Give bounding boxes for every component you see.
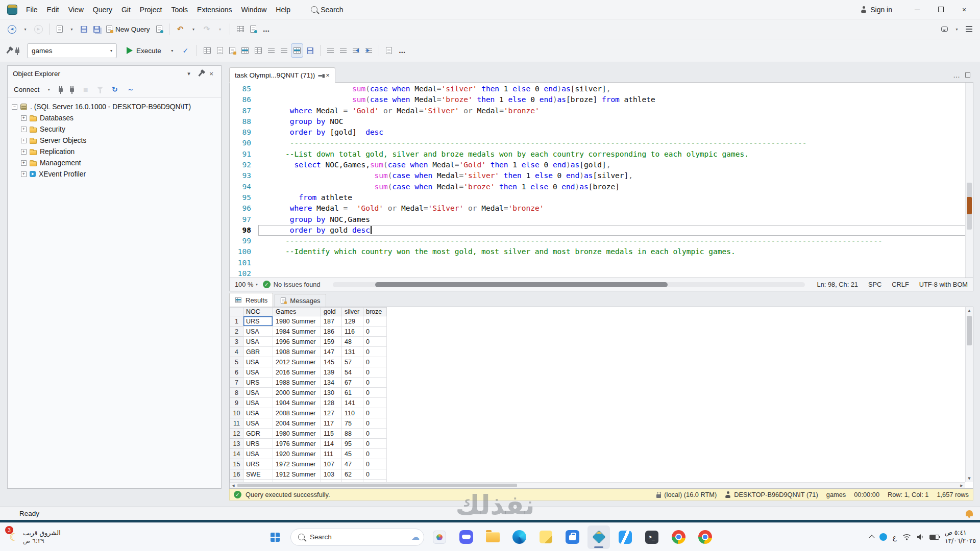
grid-cell[interactable]: 0 (363, 429, 387, 439)
scroll-left-arrow[interactable]: ◀ (230, 483, 237, 488)
row-header[interactable]: 7 (230, 378, 243, 388)
row-header[interactable]: 2 (230, 327, 243, 337)
save-all-button[interactable] (91, 22, 103, 36)
row-header[interactable]: 1 (230, 316, 243, 327)
client-stats-button[interactable] (265, 43, 277, 58)
grid-cell[interactable]: USA (243, 357, 273, 367)
oe-pin-button[interactable] (194, 68, 206, 79)
expand-icon[interactable]: + (21, 149, 27, 155)
activity-monitor-button[interactable]: ~ (124, 82, 137, 96)
grid-cell[interactable]: 1972 Summer (273, 459, 321, 469)
grid-cell[interactable]: 130 (321, 388, 342, 398)
scrollbar-thumb[interactable] (375, 282, 668, 287)
menu-item-window[interactable]: Window (237, 4, 272, 16)
grid-cell[interactable]: SWE (243, 469, 273, 480)
decrease-indent-button[interactable] (350, 43, 362, 58)
grid-cell[interactable]: USA (243, 449, 273, 459)
row-header[interactable]: 16 (230, 469, 243, 480)
increase-indent-button[interactable] (363, 43, 375, 58)
menu-item-edit[interactable]: Edit (42, 4, 64, 16)
menu-item-help[interactable]: Help (271, 4, 295, 16)
disconnect-button[interactable] (67, 82, 77, 96)
nav-back-dropdown[interactable]: ▾ (20, 22, 31, 36)
grid-cell[interactable]: 54 (342, 367, 363, 378)
template-parameters-button[interactable] (383, 43, 395, 58)
onedrive-icon[interactable] (879, 533, 887, 541)
grid-cell[interactable]: 107 (321, 459, 342, 469)
intellisense-button[interactable] (227, 43, 238, 58)
server-node[interactable]: −. (SQL Server 16.0.1000 - DESKTOP-B96D9… (8, 101, 221, 112)
grid-cell[interactable]: 116 (342, 327, 363, 337)
tree-node-server-objects[interactable]: +Server Objects (8, 135, 221, 146)
grid-cell[interactable]: 0 (363, 398, 387, 408)
parse-button[interactable]: ✓ (179, 43, 192, 58)
menu-item-git[interactable]: Git (117, 4, 135, 16)
results-to-text-button[interactable] (278, 43, 290, 58)
open-query-button[interactable] (154, 22, 165, 36)
taskbar-discord-app[interactable] (455, 525, 477, 549)
refresh-button[interactable]: ↻ (108, 82, 121, 96)
grid-horizontal-scrollbar[interactable]: ◀ ▶ (230, 482, 965, 488)
grid-cell[interactable]: 48 (342, 337, 363, 347)
grid-vertical-scrollbar[interactable]: ▲ ▼ (965, 307, 973, 482)
grid-cell[interactable]: 0 (363, 459, 387, 469)
menu-item-extensions[interactable]: Extensions (192, 4, 236, 16)
row-header[interactable]: 12 (230, 429, 243, 439)
menu-item-file[interactable]: File (21, 4, 42, 16)
start-button[interactable] (264, 525, 286, 549)
grid-cell[interactable]: 117 (321, 418, 342, 429)
column-header-silver[interactable]: silver (342, 308, 363, 316)
grid-cell[interactable]: USA (243, 398, 273, 408)
grid-cell[interactable]: 139 (321, 367, 342, 378)
menu-search-button[interactable]: Search (306, 4, 348, 16)
connect-button[interactable]: Connect (12, 84, 41, 95)
new-query-button[interactable]: New Query (104, 22, 153, 36)
grid-cell[interactable]: 1980 Summer (273, 429, 321, 439)
grid-cell[interactable]: 103 (321, 469, 342, 480)
grid-cell[interactable]: 145 (321, 357, 342, 367)
battery-icon[interactable] (929, 535, 939, 540)
hidden-icons-chevron[interactable] (869, 535, 874, 540)
undo-button[interactable]: ↶ (174, 22, 187, 36)
taskbar-microsoft-store[interactable] (561, 525, 583, 549)
grid-cell[interactable]: 1908 Summer (273, 347, 321, 357)
new-project-button[interactable] (54, 22, 65, 36)
taskbar-search[interactable]: Search ☁ (290, 529, 424, 546)
actual-plan-button[interactable] (239, 43, 251, 58)
tree-node-databases[interactable]: +Databases (8, 112, 221, 123)
row-header[interactable]: 9 (230, 398, 243, 408)
column-header-broze[interactable]: broze (363, 308, 387, 316)
grid-cell[interactable]: 2012 Summer (273, 357, 321, 367)
grid-cell[interactable]: GDR (243, 429, 273, 439)
maximize-button[interactable] (929, 1, 952, 18)
taskbar-edge-browser[interactable] (508, 525, 530, 549)
grid-cell[interactable]: 131 (342, 347, 363, 357)
grid-cell[interactable]: 1980 Summer (273, 316, 321, 327)
expand-icon[interactable]: + (21, 160, 27, 166)
menu-item-project[interactable]: Project (135, 4, 167, 16)
feedback-button[interactable] (939, 22, 950, 36)
row-header[interactable]: 15 (230, 459, 243, 469)
grid-cell[interactable]: 1984 Summer (273, 327, 321, 337)
volume-icon[interactable] (917, 534, 924, 540)
grid-cell[interactable]: 129 (342, 316, 363, 327)
grid-cell[interactable]: 0 (363, 388, 387, 398)
tree-node-xevent-profiler[interactable]: +XEvent Profiler (8, 168, 221, 180)
row-header[interactable]: 14 (230, 449, 243, 459)
grid-cell[interactable]: 114 (321, 439, 342, 449)
taskbar-chrome-app[interactable] (667, 525, 690, 549)
execute-dropdown[interactable]: ▾ (167, 43, 178, 58)
grid-cell[interactable]: 0 (363, 418, 387, 429)
tab-pin-icon[interactable] (318, 75, 323, 77)
line-ending-indicator[interactable]: CRLF (892, 281, 909, 288)
grid-cell[interactable]: 110 (342, 408, 363, 418)
oe-window-position-button[interactable]: ▾ (183, 68, 194, 79)
grid-cell[interactable]: 1988 Summer (273, 378, 321, 388)
grid-cell[interactable]: 159 (321, 337, 342, 347)
sql-code-editor[interactable]: 858687888990919293949596979899100101102 … (229, 82, 973, 278)
row-header[interactable]: 8 (230, 388, 243, 398)
grid-cell[interactable]: 0 (363, 469, 387, 480)
zoom-selector[interactable]: 100 % ▾ (235, 281, 258, 288)
grid-cell[interactable]: 141 (342, 398, 363, 408)
taskbar-file-explorer[interactable] (481, 525, 504, 549)
